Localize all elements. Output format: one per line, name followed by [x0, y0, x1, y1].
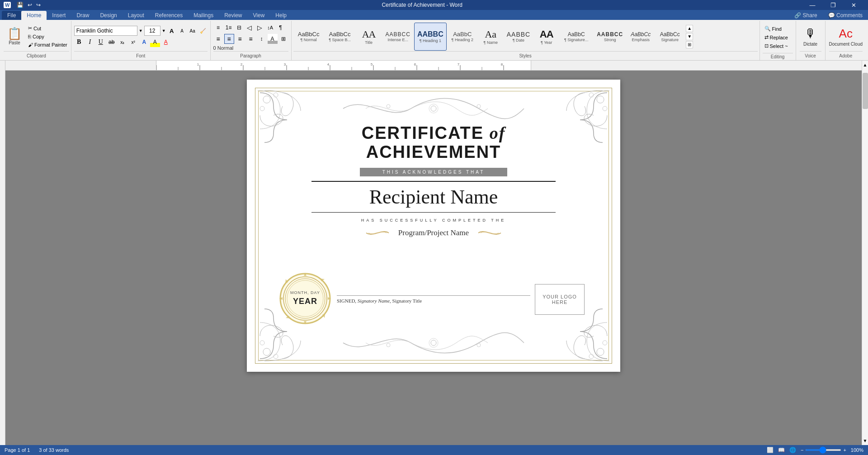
- style-name-item[interactable]: Aa ¶ Name: [478, 23, 503, 51]
- copy-button[interactable]: ⎘ Copy: [26, 33, 69, 40]
- style-heading2[interactable]: AaBbC ¶ Heading 2: [447, 23, 478, 51]
- bullets-btn[interactable]: ≡: [213, 23, 223, 33]
- font-size-dropdown-icon[interactable]: ▼: [162, 28, 166, 33]
- styles-scroll-down[interactable]: ▼: [686, 33, 693, 40]
- undo-qa-btn[interactable]: ↩: [26, 2, 33, 8]
- cert-title: CERTIFICATE of ACHIEVEMENT: [292, 124, 576, 162]
- clear-format-btn[interactable]: 🧹: [198, 26, 208, 35]
- italic-btn[interactable]: I: [85, 37, 95, 47]
- style-normal[interactable]: AaBbCc ¶ Normal: [293, 23, 324, 51]
- right-flourish-sm: [476, 226, 503, 240]
- ribbon: 📋 Paste ✂ Cut ⎘ Copy 🖌 Format Painter Cl…: [0, 20, 868, 61]
- tab-help[interactable]: Help: [270, 11, 292, 20]
- minimize-btn[interactable]: —: [802, 0, 823, 10]
- select-btn[interactable]: ⊡ Select ~: [763, 42, 793, 50]
- sort-btn[interactable]: ↕A: [265, 23, 275, 33]
- tab-file[interactable]: File: [2, 11, 21, 20]
- paragraph-group-label[interactable]: Paragraph: [213, 51, 288, 59]
- scroll-thumb[interactable]: [863, 73, 868, 109]
- style-signature-item[interactable]: AaBbC ¶ Signature...: [559, 23, 593, 51]
- zoom-slider[interactable]: − +: [801, 447, 846, 453]
- editing-group-label[interactable]: Editing: [763, 53, 793, 59]
- numbering-btn[interactable]: 1≡: [224, 23, 234, 33]
- view-web-btn[interactable]: 🌐: [789, 447, 796, 453]
- style-strong[interactable]: AABBCC Strong: [594, 23, 626, 51]
- paste-button[interactable]: 📋 Paste: [4, 24, 25, 49]
- borders-btn[interactable]: ⊞: [278, 34, 288, 44]
- style-heading1[interactable]: AABBC ¶ Heading 1: [414, 23, 447, 51]
- tab-view[interactable]: View: [248, 11, 270, 20]
- page[interactable]: CERTIFICATE of ACHIEVEMENT THIS ACKNOWLE…: [247, 80, 620, 372]
- style-title[interactable]: AA Title: [356, 23, 382, 51]
- style-date-item[interactable]: AABBC ¶ Date: [504, 23, 533, 51]
- adobe-group-label[interactable]: Adobe: [829, 51, 863, 59]
- vertical-scrollbar[interactable]: ▲ ▼: [862, 61, 868, 445]
- font-size-input[interactable]: [144, 26, 160, 36]
- zoom-range-input[interactable]: [805, 449, 841, 451]
- tab-draw[interactable]: Draw: [71, 11, 94, 20]
- style-space-before[interactable]: AaBbCc ¶ Space B...: [325, 23, 355, 51]
- styles-more[interactable]: ⊞: [686, 41, 693, 48]
- style-year-item[interactable]: AA ¶ Year: [534, 23, 559, 51]
- multilevel-btn[interactable]: ⊟: [234, 23, 244, 33]
- tab-references[interactable]: References: [150, 11, 188, 20]
- scroll-down-arrow[interactable]: ▼: [862, 437, 868, 444]
- style-emphasis[interactable]: AaBbCc Emphasis: [627, 23, 655, 51]
- save-qa-btn[interactable]: 💾: [15, 2, 25, 8]
- align-right-btn[interactable]: ≡: [235, 34, 245, 44]
- tab-mailings[interactable]: Mailings: [188, 11, 219, 20]
- superscript-btn[interactable]: x²: [128, 37, 138, 47]
- replace-btn[interactable]: ⇄ Replace: [763, 33, 793, 41]
- dictate-btn[interactable]: 🎙 Dictate: [803, 27, 817, 47]
- restore-btn[interactable]: ❐: [823, 0, 844, 10]
- clipboard-group-label[interactable]: Clipboard: [4, 51, 69, 59]
- font-shrink-btn[interactable]: A: [178, 26, 187, 35]
- style-signature2[interactable]: AaBbCc Signature: [655, 23, 684, 51]
- justify-btn[interactable]: ≡: [246, 34, 256, 44]
- line-spacing-btn[interactable]: ↕: [257, 34, 267, 44]
- view-reading-btn[interactable]: 📖: [778, 447, 785, 453]
- text-highlight-btn[interactable]: A: [150, 37, 160, 47]
- font-group-label[interactable]: Font: [74, 51, 208, 59]
- cut-button[interactable]: ✂ Cut: [26, 24, 69, 32]
- case-btn[interactable]: Aa: [188, 26, 197, 35]
- font-name-dropdown-icon[interactable]: ▼: [139, 28, 143, 33]
- align-left-btn[interactable]: ≡: [213, 34, 223, 44]
- shading-btn[interactable]: A: [268, 34, 278, 44]
- redo-qa-btn[interactable]: ↪: [35, 2, 42, 8]
- quick-access-toolbar: 💾 ↩ ↪: [15, 2, 42, 8]
- show-marks-btn[interactable]: ¶: [276, 23, 286, 33]
- style-intense-emphasis[interactable]: AABBCC Intense E...: [382, 23, 414, 51]
- underline-btn[interactable]: U: [96, 37, 106, 47]
- scroll-up-arrow[interactable]: ▲: [862, 62, 868, 68]
- adobe-icon: Ac: [839, 27, 853, 41]
- zoom-level[interactable]: 100%: [851, 447, 863, 453]
- styles-group-label[interactable]: Styles: [293, 51, 758, 59]
- strikethrough-btn[interactable]: ab: [107, 37, 117, 47]
- bold-btn[interactable]: B: [74, 37, 84, 47]
- tab-layout[interactable]: Layout: [123, 11, 150, 20]
- tab-design[interactable]: Design: [94, 11, 122, 20]
- text-effect-btn[interactable]: A: [139, 37, 149, 47]
- font-grow-btn[interactable]: A: [167, 26, 176, 35]
- subscript-btn[interactable]: x₂: [118, 37, 127, 47]
- view-normal-btn[interactable]: ⬜: [767, 447, 774, 453]
- adobe-btn[interactable]: Ac Document Cloud: [829, 27, 863, 47]
- share-btn[interactable]: 🔗 Share: [789, 11, 822, 20]
- font-color-btn[interactable]: A: [161, 37, 171, 47]
- close-btn[interactable]: ✕: [844, 0, 864, 10]
- font-name-select[interactable]: [74, 26, 137, 36]
- decrease-indent-btn[interactable]: ◁: [245, 23, 255, 33]
- tab-insert[interactable]: Insert: [47, 11, 71, 20]
- format-painter-button[interactable]: 🖌 Format Painter: [26, 41, 69, 48]
- align-center-btn[interactable]: ≡: [224, 34, 234, 44]
- styles-scroll-up[interactable]: ▲: [686, 25, 693, 32]
- voice-group-label[interactable]: Voice: [800, 51, 821, 59]
- svg-text:4: 4: [327, 62, 330, 66]
- tab-review[interactable]: Review: [219, 11, 247, 20]
- comments-btn[interactable]: 💬 Comments: [823, 11, 868, 20]
- cert-acknowledges-bar: THIS ACKNOWLEDGES THAT: [360, 168, 508, 176]
- find-btn[interactable]: 🔍 Find: [763, 25, 793, 33]
- tab-home[interactable]: Home: [21, 11, 47, 20]
- increase-indent-btn[interactable]: ▷: [255, 23, 265, 33]
